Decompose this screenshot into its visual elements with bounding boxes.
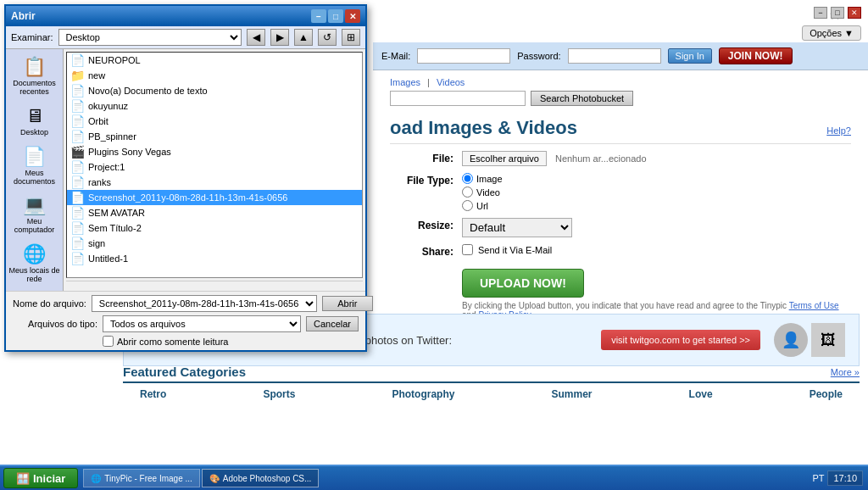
- share-email-checkbox[interactable]: [462, 244, 473, 255]
- photoshop-label: Adobe Photoshop CS...: [223, 474, 312, 483]
- share-label: Share:: [390, 244, 453, 258]
- file-icon: 📄: [70, 114, 85, 128]
- filename-input[interactable]: Screenshot_2011y-08m-28d-11h-13m-41s-065…: [92, 295, 317, 312]
- dialog-minimize-btn[interactable]: −: [311, 9, 326, 23]
- filelist-container: 📄NEUROPOL📁new📄Novo(a) Documento de texto…: [64, 49, 365, 291]
- up-btn[interactable]: ▲: [294, 29, 313, 46]
- face-1: 👤: [774, 323, 808, 357]
- forward-btn[interactable]: ▶: [270, 29, 289, 46]
- videos-tab[interactable]: Videos: [437, 77, 465, 87]
- file-icon: 📄: [70, 221, 85, 235]
- dialog-title: Abrir: [11, 10, 36, 22]
- mydocs-label: Meus documentos: [8, 170, 61, 187]
- filetype-label: File Type:: [390, 173, 453, 187]
- search-section: Images | Videos Search Photobucket: [373, 72, 868, 113]
- taskbar-clock: 17:10: [827, 471, 863, 486]
- sidebar-desktop[interactable]: 🖥 Desktop: [6, 102, 63, 141]
- url-radio-label[interactable]: Url: [462, 200, 503, 211]
- taskbar-right: PT 17:10: [812, 471, 863, 486]
- search-input[interactable]: [390, 91, 526, 106]
- file-item[interactable]: 📄NEUROPOL: [67, 53, 362, 68]
- image-radio[interactable]: [462, 173, 473, 184]
- file-icon: 📄: [70, 99, 85, 113]
- file-item[interactable]: 📄Untitled-1: [67, 251, 362, 266]
- url-radio[interactable]: [462, 200, 473, 211]
- video-radio[interactable]: [462, 187, 473, 198]
- dialog-maximize-btn[interactable]: □: [328, 9, 343, 23]
- minimize-btn[interactable]: −: [814, 7, 827, 19]
- file-item[interactable]: 📄Project:1: [67, 159, 362, 175]
- open-button[interactable]: Abrir: [322, 296, 373, 311]
- help-link[interactable]: Help?: [826, 125, 851, 136]
- file-item[interactable]: 📁new: [67, 68, 362, 83]
- dialog-toolbar: Examinar: Desktop ◀ ▶ ▲ ↺ ⊞: [6, 26, 365, 49]
- readonly-checkbox[interactable]: [103, 336, 114, 347]
- file-icon: 📄: [70, 130, 85, 143]
- taskbar-item-tinypic[interactable]: 🌐 TinyPic - Free Image ...: [83, 469, 200, 487]
- file-icon: 📄: [70, 237, 85, 250]
- taskbar-item-photoshop[interactable]: 🎨 Adobe Photoshop CS...: [202, 469, 320, 487]
- signin-button[interactable]: Sign In: [668, 48, 712, 64]
- tinypic-label: TinyPic - Free Image ...: [104, 474, 192, 483]
- file-item[interactable]: 📄SEM AVATAR: [67, 205, 362, 220]
- sidebar-mycomputer[interactable]: 💻 Meu computador: [6, 191, 63, 238]
- email-label: E-Mail:: [381, 51, 410, 61]
- start-button[interactable]: 🪟 Iniciar: [3, 468, 78, 488]
- video-radio-label[interactable]: Video: [462, 187, 503, 198]
- window-controls: − □ ✕: [814, 7, 861, 19]
- terms-link[interactable]: Terms of Use: [789, 301, 839, 310]
- back-btn[interactable]: ◀: [247, 29, 265, 46]
- resize-select[interactable]: Default: [462, 218, 572, 237]
- file-item[interactable]: 📄Screenshot_2011y-08m-28d-11h-13m-41s-06…: [67, 190, 362, 205]
- file-name: NEUROPOL: [88, 55, 141, 65]
- file-item[interactable]: 📄PB_spinner: [67, 129, 362, 144]
- file-item[interactable]: 📄Orbit: [67, 114, 362, 129]
- file-name: Project:1: [88, 162, 125, 172]
- filetype-select[interactable]: Todos os arquivos: [103, 315, 301, 332]
- sidebar-network[interactable]: 🌐 Meus locais de rede: [6, 240, 63, 287]
- join-button[interactable]: JOIN NOW!: [719, 47, 793, 64]
- file-list[interactable]: 📄NEUROPOL📁new📄Novo(a) Documento de texto…: [66, 52, 363, 278]
- refresh-btn[interactable]: ↺: [318, 29, 337, 46]
- options-button[interactable]: Opções ▼: [802, 25, 861, 41]
- view-btn[interactable]: ⊞: [342, 29, 360, 46]
- email-input[interactable]: [417, 48, 510, 64]
- dialog-body: 📋 Documentos recentes 🖥 Desktop 📄 Meus d…: [6, 49, 365, 291]
- dialog-window-controls: − □ ✕: [311, 9, 360, 23]
- close-btn[interactable]: ✕: [848, 7, 861, 19]
- file-item[interactable]: 📄sign: [67, 236, 362, 251]
- category-photography: Photography: [392, 388, 454, 400]
- file-row: File: Escolher arquivo Nenhum ar...ecion…: [390, 151, 851, 166]
- search-button[interactable]: Search Photobucket: [531, 91, 633, 106]
- upload-now-button[interactable]: UPLOAD NOW!: [462, 269, 584, 298]
- file-item[interactable]: 📄Novo(a) Documento de texto: [67, 83, 362, 98]
- dialog-close-btn[interactable]: ✕: [345, 9, 360, 23]
- cancel-button[interactable]: Cancelar: [306, 316, 359, 331]
- file-name: Screenshot_2011y-08m-28d-11h-13m-41s-065…: [88, 192, 287, 203]
- twitgoo-visit-button[interactable]: visit twitgoo.com to get started >>: [601, 330, 760, 350]
- file-item[interactable]: 📄ranks: [67, 175, 362, 190]
- sidebar-recent[interactable]: 📋 Documentos recentes: [6, 53, 63, 100]
- file-item[interactable]: 📄Sem Título-2: [67, 220, 362, 236]
- dialog-titlebar: Abrir − □ ✕: [6, 6, 365, 26]
- maximize-btn[interactable]: □: [831, 7, 844, 19]
- start-label: Iniciar: [33, 472, 65, 485]
- location-select[interactable]: Desktop: [58, 29, 242, 46]
- file-icon: 📄: [70, 84, 85, 97]
- images-tab[interactable]: Images: [390, 77, 420, 87]
- password-input[interactable]: [568, 48, 661, 64]
- file-item[interactable]: 📄okuyunuz: [67, 98, 362, 114]
- category-sports: Sports: [263, 388, 295, 400]
- categories-row: Retro Sports Photography Summer Love Peo…: [123, 388, 860, 400]
- file-name: ranks: [88, 177, 111, 187]
- share-email-label: Send it Via E-Mail: [478, 245, 552, 255]
- sidebar-mydocs[interactable]: 📄 Meus documentos: [6, 142, 63, 190]
- horizontal-scrollbar[interactable]: [66, 281, 363, 291]
- more-link[interactable]: More »: [831, 367, 860, 377]
- category-love: Love: [689, 388, 713, 400]
- category-people: People: [810, 388, 843, 400]
- choose-file-button[interactable]: Escolher arquivo: [462, 151, 547, 166]
- image-radio-label[interactable]: Image: [462, 173, 503, 184]
- file-item[interactable]: 🎬Plugins Sony Vegas: [67, 144, 362, 159]
- file-icon: 📄: [70, 53, 85, 67]
